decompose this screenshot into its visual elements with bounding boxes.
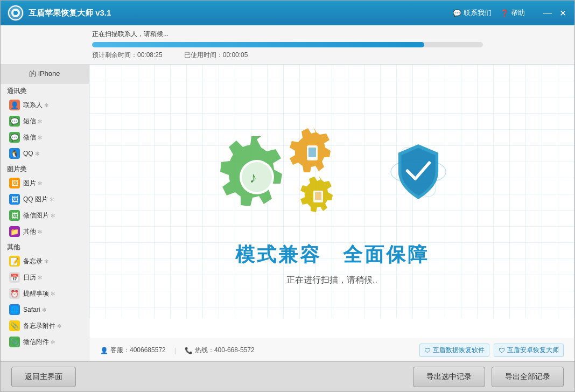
customer-text: 客服：4006685572 xyxy=(110,346,166,355)
shield-small-icon: 🛡 xyxy=(424,347,431,354)
svg-point-12 xyxy=(318,200,319,202)
main-area: 的 iPhone 通讯类 👤 联系人 ✻ 💬 短信 ✻ 💬 微信 ✻ 🐧 QQ … xyxy=(1,65,574,361)
export-selected-btn[interactable]: 导出选中记录 xyxy=(413,367,485,387)
category-other: 其他 xyxy=(1,240,89,253)
safari-icon: 🌐 xyxy=(9,304,20,315)
safari-label: Safari ✻ xyxy=(23,306,46,313)
tagline-row: 模式兼容 全面保障 xyxy=(235,242,429,268)
title-bar-actions: 💬 联系我们 ❓ 帮助 — ✕ xyxy=(453,8,568,18)
svg-point-9 xyxy=(311,158,313,160)
app-logo xyxy=(7,4,24,22)
sidebar-item-note-attach[interactable]: 📎 备忘录附件 ✻ xyxy=(1,318,89,334)
scan-bar-area: 正在扫描联系人，请稍候... 预计剩余时间：00:08:25 已使用时间：00:… xyxy=(1,25,574,65)
notes-label: 备忘录 ✻ xyxy=(23,257,48,266)
help-btn[interactable]: ❓ 帮助 xyxy=(500,8,525,18)
wechat-attach-icon: 📎 xyxy=(9,337,20,347)
sidebar-item-wechat-photos[interactable]: 🖼 微信图片 ✻ xyxy=(1,207,89,223)
android-recovery-btn[interactable]: 🛡 互盾安卓恢复大师 xyxy=(494,344,564,357)
calendar-label: 日历 ✻ xyxy=(23,273,42,282)
other-photos-label: 其他 ✻ xyxy=(23,227,42,236)
sms-label: 短信 ✻ xyxy=(23,117,42,126)
sms-icon: 💬 xyxy=(9,116,20,127)
footer-right: 导出选中记录 导出全部记录 xyxy=(413,367,564,387)
qq-label: QQ ✻ xyxy=(23,150,39,157)
note-attach-label: 备忘录附件 ✻ xyxy=(23,321,61,331)
tagline1: 模式兼容 xyxy=(235,242,321,268)
bottom-info-bar: 👤 客服：4006685572 | 📞 热线：400-668-5572 🛡 互盾… xyxy=(89,339,574,361)
sidebar-item-wechat[interactable]: 💬 微信 ✻ xyxy=(1,129,89,145)
wechat-photos-label: 微信图片 ✻ xyxy=(23,211,55,220)
customer-icon: 👤 xyxy=(100,347,108,354)
separator1: | xyxy=(174,347,176,354)
minimize-btn[interactable]: — xyxy=(542,8,553,18)
reminders-label: 提醒事项 ✻ xyxy=(23,289,55,298)
scan-status-text: 正在扫描联系人，请稍候... xyxy=(92,30,483,39)
svg-rect-11 xyxy=(315,192,321,200)
used-time: 已使用时间：00:00:05 xyxy=(184,51,248,60)
customer-service: 👤 客服：4006685572 xyxy=(100,346,166,355)
device-label: 的 iPhone xyxy=(1,65,89,83)
contacts-icon: 👤 xyxy=(9,100,20,110)
window-controls: — ✕ xyxy=(542,8,568,18)
data-recovery-btn[interactable]: 🛡 互盾数据恢复软件 xyxy=(419,344,489,357)
title-bar: 互盾苹果恢复大师 v3.1 💬 联系我们 ❓ 帮助 — ✕ xyxy=(1,1,574,25)
svg-text:♪: ♪ xyxy=(249,169,257,186)
notes-icon: 📝 xyxy=(9,256,20,267)
wechat-photos-icon: 🖼 xyxy=(9,210,20,221)
help-icon: ❓ xyxy=(500,9,509,17)
wechat-attach-label: 微信附件 ✻ xyxy=(23,338,55,347)
sidebar-item-contacts[interactable]: 👤 联系人 ✻ xyxy=(1,97,89,113)
note-attach-icon: 📎 xyxy=(9,320,20,331)
sidebar: 的 iPhone 通讯类 👤 联系人 ✻ 💬 短信 ✻ 💬 微信 ✻ 🐧 QQ … xyxy=(1,65,89,361)
hero-area: ♪ xyxy=(89,65,574,339)
sidebar-item-other-photos[interactable]: 📁 其他 ✻ xyxy=(1,223,89,240)
svg-point-3 xyxy=(13,11,18,15)
main-window: 互盾苹果恢复大师 v3.1 💬 联系我们 ❓ 帮助 — ✕ 正在扫描联系人，请稍… xyxy=(0,0,575,392)
sidebar-item-qq-photos[interactable]: 🖼 QQ 图片 ✻ xyxy=(1,191,89,207)
promo-buttons: 🛡 互盾数据恢复软件 🛡 互盾安卓恢复大师 xyxy=(419,344,564,357)
app-title: 互盾苹果恢复大师 v3.1 xyxy=(29,8,453,18)
scan-time-row: 预计剩余时间：00:08:25 已使用时间：00:00:05 xyxy=(92,51,483,60)
close-btn[interactable]: ✕ xyxy=(557,8,568,18)
sidebar-item-reminders[interactable]: ⏰ 提醒事项 ✻ xyxy=(1,285,89,302)
scanning-text: 正在进行扫描，请稍候.. xyxy=(286,275,377,286)
hotline-text: 热线：400-668-5572 xyxy=(195,346,255,355)
wechat-label: 微信 ✻ xyxy=(23,133,42,142)
sidebar-item-notes[interactable]: 📝 备忘录 ✻ xyxy=(1,253,89,269)
contact-btn[interactable]: 💬 联系我们 xyxy=(453,8,492,18)
qq-photos-label: QQ 图片 ✻ xyxy=(23,195,54,204)
hotline: 📞 热线：400-668-5572 xyxy=(185,346,255,355)
progress-bar xyxy=(92,42,483,47)
category-communication: 通讯类 xyxy=(1,83,89,97)
reminders-icon: ⏰ xyxy=(9,288,20,299)
sidebar-item-wechat-attach[interactable]: 📎 微信附件 ✻ xyxy=(1,334,89,350)
gears-shield: ♪ xyxy=(214,118,451,226)
phone-icon: 📞 xyxy=(185,347,193,354)
contacts-label: 联系人 ✻ xyxy=(23,101,48,110)
footer-bar: 返回主界面 导出选中记录 导出全部记录 xyxy=(1,361,574,391)
photos-label: 图片 ✻ xyxy=(23,179,42,188)
calendar-icon: 📅 xyxy=(9,272,20,283)
back-btn[interactable]: 返回主界面 xyxy=(11,367,76,387)
sidebar-item-sms[interactable]: 💬 短信 ✻ xyxy=(1,113,89,129)
android-icon: 🛡 xyxy=(499,347,505,354)
svg-rect-8 xyxy=(308,148,316,157)
export-all-btn[interactable]: 导出全部记录 xyxy=(492,367,564,387)
tagline2: 全面保障 xyxy=(343,242,429,268)
sidebar-item-photos[interactable]: 🖼 图片 ✻ xyxy=(1,175,89,191)
qq-icon: 🐧 xyxy=(9,148,20,159)
wechat-icon: 💬 xyxy=(9,132,20,143)
progress-bar-fill xyxy=(92,42,424,47)
chat-icon: 💬 xyxy=(453,9,461,17)
photos-icon: 🖼 xyxy=(9,178,20,188)
remaining-time: 预计剩余时间：00:08:25 xyxy=(92,51,163,60)
gears-svg: ♪ xyxy=(214,118,364,226)
sidebar-item-calendar[interactable]: 📅 日历 ✻ xyxy=(1,269,89,285)
other-photos-icon: 📁 xyxy=(9,226,20,237)
content-panel: ♪ xyxy=(89,65,574,361)
shield-svg xyxy=(386,137,451,207)
category-photos: 图片类 xyxy=(1,162,89,175)
sidebar-item-qq[interactable]: 🐧 QQ ✻ xyxy=(1,145,89,162)
qq-photos-icon: 🖼 xyxy=(9,194,20,205)
sidebar-item-safari[interactable]: 🌐 Safari ✻ xyxy=(1,302,89,318)
